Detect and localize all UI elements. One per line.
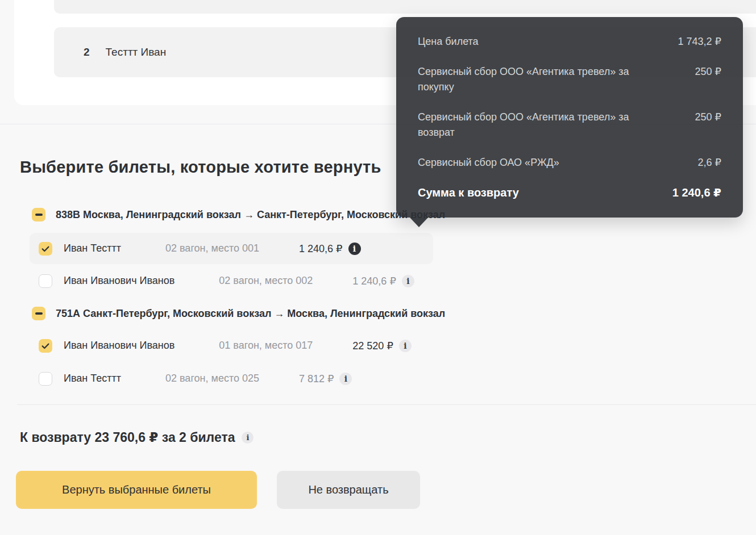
tooltip-value: 250 ₽ [684,110,722,125]
tooltip-row: Сервисный сбор ОАО «РЖД» 2,6 ₽ [418,155,721,170]
tooltip-row: Цена билета 1 743,2 ₽ [418,34,721,49]
ticket-row[interactable]: Иван Тесттт 02 вагон, место 025 7 812 ₽ … [30,363,433,394]
ticket-seat: 02 вагон, место 025 [165,373,259,384]
ticket-row[interactable]: Иван Иванович Иванов 02 вагон, место 002… [30,265,433,296]
ticket-seat: 01 вагон, место 017 [219,340,313,352]
segment-checkbox-indeterminate-icon[interactable] [32,208,45,221]
checkmark-icon [41,244,50,253]
tooltip-row: Сервисный сбор ООО «Агентика тревел» за … [418,64,721,95]
ticket-seat: 02 вагон, место 001 [165,243,259,254]
summary-divider [17,404,756,405]
refund-summary: К возврату 23 760,6 ₽ за 2 билета i [20,430,254,445]
segment-header-2: 751А Санкт-Петербург, Московский вокзал … [32,307,445,320]
info-icon[interactable]: i [339,373,352,385]
info-icon[interactable]: i [348,243,361,255]
tooltip-label: Сервисный сбор ООО «Агентика тревел» за … [418,64,645,95]
ticket-price: 7 812 ₽ [299,373,334,385]
ticket-passenger-name: Иван Тесттт [64,243,121,254]
passenger-name: Тесттт Иван [106,46,167,58]
info-icon[interactable]: i [242,432,254,444]
passenger-row-partial[interactable] [54,0,756,14]
tooltip-label: Цена билета [418,34,479,49]
ticket-price: 22 520 ₽ [352,340,393,352]
ticket-row[interactable]: Иван Тесттт 02 вагон, место 001 1 240,6 … [30,233,433,264]
ticket-checkbox-unchecked[interactable] [39,372,52,386]
tooltip-row: Сервисный сбор ООО «Агентика тревел» за … [418,110,721,140]
ticket-checkbox-checked[interactable] [39,242,52,256]
tooltip-value: 250 ₽ [684,64,722,80]
tooltip-total-row: Сумма к возврату 1 240,6 ₽ [418,185,721,200]
segment-title: 838В Москва, Ленинградский вокзал → Санк… [56,209,445,221]
minus-icon [35,312,43,315]
ticket-passenger-name: Иван Иванович Иванов [64,340,175,352]
do-not-return-button[interactable]: Не возвращать [277,471,420,509]
minus-icon [35,214,43,216]
info-icon[interactable]: i [399,340,412,352]
ticket-price: 1 240,6 ₽ [352,275,396,287]
tooltip-value: 2,6 ₽ [687,155,721,170]
ticket-passenger-name: Иван Иванович Иванов [64,275,175,287]
segment-title: 751А Санкт-Петербург, Московский вокзал … [56,308,445,320]
tooltip-value: 1 240,6 ₽ [661,185,721,200]
checkmark-icon [41,341,50,350]
passenger-number: 2 [84,46,90,58]
ticket-checkbox-unchecked[interactable] [39,274,52,288]
ticket-checkbox-checked[interactable] [39,339,52,353]
tooltip-label: Сумма к возврату [418,185,519,200]
info-icon[interactable]: i [402,275,414,287]
return-selected-tickets-button[interactable]: Вернуть выбранные билеты [16,471,257,509]
ticket-passenger-name: Иван Тесттт [64,373,121,384]
price-breakdown-tooltip: Цена билета 1 743,2 ₽ Сервисный сбор ООО… [396,17,743,218]
ticket-seat: 02 вагон, место 002 [219,275,313,287]
segment-checkbox-indeterminate-icon[interactable] [32,307,45,320]
ticket-price: 1 240,6 ₽ [299,243,343,255]
segment-header-1: 838В Москва, Ленинградский вокзал → Санк… [32,208,445,221]
tooltip-label: Сервисный сбор ОАО «РЖД» [418,155,559,170]
page-title: Выберите билеты, которые хотите вернуть [20,158,381,177]
ticket-row[interactable]: Иван Иванович Иванов 01 вагон, место 017… [30,330,433,361]
refund-summary-text: К возврату 23 760,6 ₽ за 2 билета [20,430,235,445]
tooltip-label: Сервисный сбор ООО «Агентика тревел» за … [418,110,645,140]
tooltip-value: 1 743,2 ₽ [666,34,721,49]
